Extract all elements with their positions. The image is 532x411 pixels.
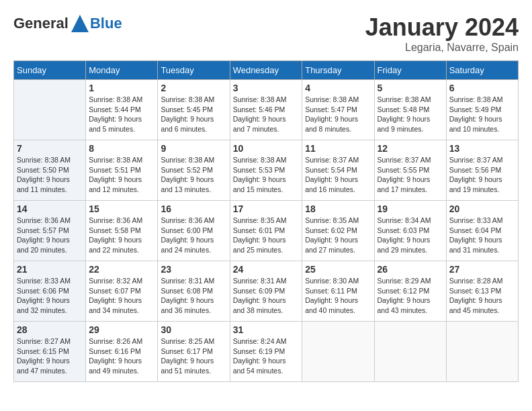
calendar-table: SundayMondayTuesdayWednesdayThursdayFrid… xyxy=(13,60,519,382)
calendar-cell: 5Sunrise: 8:38 AM Sunset: 5:48 PM Daylig… xyxy=(374,80,446,140)
location-title: Legaria, Navarre, Spain xyxy=(365,42,519,54)
day-info: Sunrise: 8:38 AM Sunset: 5:49 PM Dayligh… xyxy=(449,95,515,134)
calendar-cell: 30Sunrise: 8:25 AM Sunset: 6:17 PM Dayli… xyxy=(158,322,230,382)
day-number: 29 xyxy=(89,324,154,335)
day-number: 13 xyxy=(449,143,515,154)
day-info: Sunrise: 8:27 AM Sunset: 6:15 PM Dayligh… xyxy=(17,336,83,376)
calendar-cell xyxy=(446,322,518,382)
day-info: Sunrise: 8:30 AM Sunset: 6:11 PM Dayligh… xyxy=(305,276,371,316)
day-info: Sunrise: 8:33 AM Sunset: 6:04 PM Dayligh… xyxy=(449,216,515,255)
day-info: Sunrise: 8:35 AM Sunset: 6:01 PM Dayligh… xyxy=(233,216,300,255)
day-info: Sunrise: 8:38 AM Sunset: 5:51 PM Dayligh… xyxy=(89,155,154,195)
calendar-cell: 6Sunrise: 8:38 AM Sunset: 5:49 PM Daylig… xyxy=(446,80,518,140)
month-title: January 2024 xyxy=(365,13,519,42)
calendar-cell: 28Sunrise: 8:27 AM Sunset: 6:15 PM Dayli… xyxy=(14,322,86,382)
day-info: Sunrise: 8:24 AM Sunset: 6:19 PM Dayligh… xyxy=(233,336,300,376)
weekday-header-thursday: Thursday xyxy=(302,61,374,80)
week-row-4: 21Sunrise: 8:33 AM Sunset: 6:06 PM Dayli… xyxy=(14,261,519,322)
day-info: Sunrise: 8:35 AM Sunset: 6:02 PM Dayligh… xyxy=(305,216,371,255)
day-info: Sunrise: 8:25 AM Sunset: 6:17 PM Dayligh… xyxy=(161,336,226,376)
day-info: Sunrise: 8:38 AM Sunset: 5:48 PM Dayligh… xyxy=(378,95,443,134)
page-header: General Blue January 2024 Legaria, Navar… xyxy=(13,13,519,54)
logo-blue: Blue xyxy=(90,15,122,32)
day-info: Sunrise: 8:36 AM Sunset: 5:58 PM Dayligh… xyxy=(89,216,154,255)
day-number: 6 xyxy=(449,83,515,93)
day-info: Sunrise: 8:26 AM Sunset: 6:16 PM Dayligh… xyxy=(89,336,154,376)
day-number: 12 xyxy=(378,143,443,154)
logo-general: General xyxy=(13,15,69,32)
day-number: 16 xyxy=(161,203,226,214)
logo: General Blue xyxy=(13,13,122,34)
calendar-cell: 21Sunrise: 8:33 AM Sunset: 6:06 PM Dayli… xyxy=(14,261,86,322)
day-info: Sunrise: 8:37 AM Sunset: 5:54 PM Dayligh… xyxy=(305,155,371,195)
day-number: 20 xyxy=(449,203,515,214)
day-info: Sunrise: 8:36 AM Sunset: 5:57 PM Dayligh… xyxy=(17,216,83,255)
day-number: 23 xyxy=(161,264,226,275)
calendar-cell: 19Sunrise: 8:34 AM Sunset: 6:03 PM Dayli… xyxy=(374,201,446,261)
day-number: 31 xyxy=(233,324,300,335)
calendar-cell: 17Sunrise: 8:35 AM Sunset: 6:01 PM Dayli… xyxy=(230,201,302,261)
weekday-header-friday: Friday xyxy=(374,61,446,80)
day-number: 9 xyxy=(161,143,226,154)
calendar-cell: 18Sunrise: 8:35 AM Sunset: 6:02 PM Dayli… xyxy=(302,201,374,261)
day-number: 10 xyxy=(233,143,300,154)
day-number: 28 xyxy=(17,324,83,335)
weekday-header-sunday: Sunday xyxy=(14,61,86,80)
day-info: Sunrise: 8:38 AM Sunset: 5:52 PM Dayligh… xyxy=(161,155,226,195)
calendar-cell xyxy=(374,322,446,382)
day-number: 11 xyxy=(305,143,371,154)
day-number: 2 xyxy=(161,83,226,93)
calendar-cell: 3Sunrise: 8:38 AM Sunset: 5:46 PM Daylig… xyxy=(230,80,302,140)
calendar-cell: 10Sunrise: 8:38 AM Sunset: 5:53 PM Dayli… xyxy=(230,140,302,201)
day-number: 27 xyxy=(449,264,515,275)
day-number: 5 xyxy=(378,83,443,93)
calendar-cell: 25Sunrise: 8:30 AM Sunset: 6:11 PM Dayli… xyxy=(302,261,374,322)
calendar-cell: 11Sunrise: 8:37 AM Sunset: 5:54 PM Dayli… xyxy=(302,140,374,201)
calendar-cell: 31Sunrise: 8:24 AM Sunset: 6:19 PM Dayli… xyxy=(230,322,302,382)
calendar-cell: 22Sunrise: 8:32 AM Sunset: 6:07 PM Dayli… xyxy=(86,261,158,322)
day-number: 17 xyxy=(233,203,300,214)
calendar-cell: 15Sunrise: 8:36 AM Sunset: 5:58 PM Dayli… xyxy=(86,201,158,261)
calendar-cell: 4Sunrise: 8:38 AM Sunset: 5:47 PM Daylig… xyxy=(302,80,374,140)
week-row-5: 28Sunrise: 8:27 AM Sunset: 6:15 PM Dayli… xyxy=(14,322,519,382)
day-number: 3 xyxy=(233,83,300,93)
day-number: 21 xyxy=(17,264,83,275)
day-info: Sunrise: 8:29 AM Sunset: 6:12 PM Dayligh… xyxy=(378,276,443,316)
calendar-cell: 14Sunrise: 8:36 AM Sunset: 5:57 PM Dayli… xyxy=(14,201,86,261)
day-info: Sunrise: 8:38 AM Sunset: 5:47 PM Dayligh… xyxy=(305,95,371,134)
day-number: 24 xyxy=(233,264,300,275)
weekday-header-row: SundayMondayTuesdayWednesdayThursdayFrid… xyxy=(14,61,519,80)
day-number: 8 xyxy=(89,143,154,154)
day-info: Sunrise: 8:33 AM Sunset: 6:06 PM Dayligh… xyxy=(17,276,83,316)
day-info: Sunrise: 8:31 AM Sunset: 6:08 PM Dayligh… xyxy=(161,276,226,316)
calendar-cell: 26Sunrise: 8:29 AM Sunset: 6:12 PM Dayli… xyxy=(374,261,446,322)
day-info: Sunrise: 8:38 AM Sunset: 5:46 PM Dayligh… xyxy=(233,95,300,134)
day-number: 1 xyxy=(89,83,154,93)
day-number: 19 xyxy=(378,203,443,214)
day-info: Sunrise: 8:34 AM Sunset: 6:03 PM Dayligh… xyxy=(378,216,443,255)
calendar-cell: 29Sunrise: 8:26 AM Sunset: 6:16 PM Dayli… xyxy=(86,322,158,382)
day-info: Sunrise: 8:37 AM Sunset: 5:56 PM Dayligh… xyxy=(449,155,515,195)
weekday-header-tuesday: Tuesday xyxy=(158,61,230,80)
week-row-2: 7Sunrise: 8:38 AM Sunset: 5:50 PM Daylig… xyxy=(14,140,519,201)
calendar-cell: 27Sunrise: 8:28 AM Sunset: 6:13 PM Dayli… xyxy=(446,261,518,322)
day-number: 18 xyxy=(305,203,371,214)
weekday-header-monday: Monday xyxy=(86,61,158,80)
day-number: 30 xyxy=(161,324,226,335)
weekday-header-wednesday: Wednesday xyxy=(230,61,302,80)
calendar-cell: 9Sunrise: 8:38 AM Sunset: 5:52 PM Daylig… xyxy=(158,140,230,201)
day-number: 25 xyxy=(305,264,371,275)
calendar-cell: 13Sunrise: 8:37 AM Sunset: 5:56 PM Dayli… xyxy=(446,140,518,201)
day-info: Sunrise: 8:38 AM Sunset: 5:53 PM Dayligh… xyxy=(233,155,300,195)
weekday-header-saturday: Saturday xyxy=(446,61,518,80)
day-info: Sunrise: 8:28 AM Sunset: 6:13 PM Dayligh… xyxy=(449,276,515,316)
day-info: Sunrise: 8:36 AM Sunset: 6:00 PM Dayligh… xyxy=(161,216,226,255)
title-area: January 2024 Legaria, Navarre, Spain xyxy=(365,13,519,54)
day-number: 7 xyxy=(17,143,83,154)
day-number: 26 xyxy=(378,264,443,275)
day-number: 14 xyxy=(17,203,83,214)
calendar-cell xyxy=(14,80,86,140)
day-info: Sunrise: 8:38 AM Sunset: 5:50 PM Dayligh… xyxy=(17,155,83,195)
day-info: Sunrise: 8:37 AM Sunset: 5:55 PM Dayligh… xyxy=(378,155,443,195)
calendar-cell xyxy=(302,322,374,382)
